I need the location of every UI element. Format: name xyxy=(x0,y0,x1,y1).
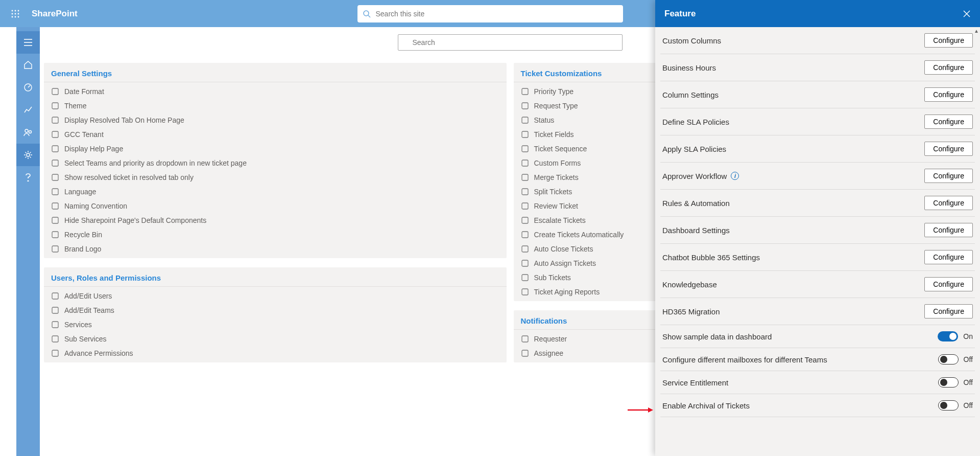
scroll-up-arrow-icon[interactable]: ▲ xyxy=(974,28,979,34)
settings-item[interactable]: Show resolved ticket in resolved tab onl… xyxy=(44,170,507,185)
toggle[interactable] xyxy=(938,331,958,341)
configure-button[interactable]: Configure xyxy=(924,115,973,129)
settings-item[interactable]: GCC Tenant xyxy=(44,127,507,142)
settings-item[interactable]: Display Resolved Tab On Home Page xyxy=(44,113,507,127)
svg-rect-41 xyxy=(522,131,528,138)
hamburger-icon[interactable] xyxy=(16,31,40,54)
nav-reports-icon[interactable] xyxy=(16,99,40,121)
toggle[interactable] xyxy=(938,354,959,364)
toggle[interactable] xyxy=(938,400,959,411)
configure-button[interactable]: Configure xyxy=(924,87,973,102)
toggle[interactable] xyxy=(938,377,959,387)
svg-rect-29 xyxy=(52,203,58,209)
configure-button[interactable]: Configure xyxy=(924,277,973,291)
settings-item[interactable]: Brand Logo xyxy=(44,242,507,256)
svg-rect-22 xyxy=(52,103,58,109)
item-label: Review Ticket xyxy=(534,202,578,210)
configure-button[interactable]: Configure xyxy=(924,250,973,264)
settings-item[interactable]: Advance Permissions xyxy=(44,346,507,360)
configure-button[interactable]: Configure xyxy=(924,196,973,210)
item-icon xyxy=(521,274,529,281)
settings-item[interactable]: Hide Sharepoint Page's Default Component… xyxy=(44,213,507,227)
configure-button[interactable]: Configure xyxy=(924,142,973,156)
card-title: Users, Roles and Permissions xyxy=(44,267,507,287)
item-label: Advance Permissions xyxy=(64,349,133,357)
feature-label: Service Entitlement xyxy=(662,378,728,387)
svg-rect-34 xyxy=(52,307,58,313)
svg-rect-35 xyxy=(52,322,58,328)
close-icon[interactable] xyxy=(963,10,971,18)
general-settings-list: Date FormatThemeDisplay Resolved Tab On … xyxy=(44,82,507,258)
feature-label: Dashboard Settings xyxy=(662,226,730,235)
global-search-input[interactable] xyxy=(357,5,623,22)
annotation-arrow xyxy=(628,406,653,414)
settings-item[interactable]: Display Help Page xyxy=(44,142,507,156)
toggle-state-label: Off xyxy=(964,401,973,409)
feature-label: HD365 Migration xyxy=(662,307,720,316)
toggle-state-label: On xyxy=(963,332,973,340)
feature-label: Apply SLA Policies xyxy=(662,145,726,153)
configure-button[interactable]: Configure xyxy=(924,169,973,183)
item-icon xyxy=(51,188,59,195)
card-title: General Settings xyxy=(44,63,507,82)
settings-item[interactable]: Select Teams and priority as dropdown in… xyxy=(44,156,507,170)
configure-button[interactable]: Configure xyxy=(924,60,973,75)
users-roles-list: Add/Edit UsersAdd/Edit TeamsServicesSub … xyxy=(44,287,507,362)
feature-label: Knowledgebase xyxy=(662,280,717,289)
svg-point-7 xyxy=(15,16,16,17)
nav-people-icon[interactable] xyxy=(16,121,40,144)
item-label: Select Teams and priority as dropdown in… xyxy=(64,159,247,167)
search-icon xyxy=(363,10,371,18)
settings-item[interactable]: Services xyxy=(44,317,507,332)
item-icon xyxy=(521,145,529,152)
item-icon xyxy=(51,102,59,109)
svg-rect-44 xyxy=(522,174,528,180)
item-icon xyxy=(51,292,59,300)
svg-rect-26 xyxy=(52,160,58,166)
item-label: Display Resolved Tab On Home Page xyxy=(64,116,184,124)
feature-panel: Feature ▲ Custom ColumnsConfigureBusines… xyxy=(655,0,980,456)
settings-item[interactable]: Add/Edit Teams xyxy=(44,303,507,317)
svg-rect-45 xyxy=(522,189,528,195)
configure-button[interactable]: Configure xyxy=(924,33,973,48)
svg-rect-36 xyxy=(52,336,58,342)
svg-point-3 xyxy=(12,13,13,14)
svg-point-1 xyxy=(15,10,16,11)
page-search-input[interactable] xyxy=(398,34,623,51)
settings-item[interactable]: Recycle Bin xyxy=(44,227,507,242)
toggle-state-label: Off xyxy=(964,378,973,386)
item-label: Auto Assign Tickets xyxy=(534,259,596,267)
svg-rect-53 xyxy=(522,336,528,342)
info-icon[interactable]: i xyxy=(731,172,739,180)
item-label: Ticket Sequence xyxy=(534,145,587,153)
configure-button[interactable]: Configure xyxy=(924,304,973,318)
settings-item[interactable]: Language xyxy=(44,185,507,199)
settings-item[interactable]: Theme xyxy=(44,99,507,113)
nav-settings-icon[interactable] xyxy=(16,144,40,166)
item-label: Assignee xyxy=(534,349,564,357)
item-icon xyxy=(521,231,529,238)
feature-row: Approver WorkflowiConfigure xyxy=(660,163,975,190)
item-icon xyxy=(51,217,59,224)
feature-label: Custom Columns xyxy=(662,36,721,45)
feature-row: Configure different mailboxes for differ… xyxy=(660,348,975,371)
settings-item[interactable]: Sub Services xyxy=(44,332,507,346)
settings-item[interactable]: Naming Convention xyxy=(44,199,507,213)
item-label: Split Tickets xyxy=(534,188,572,196)
item-icon xyxy=(51,159,59,167)
settings-item[interactable]: Date Format xyxy=(44,84,507,99)
settings-item[interactable]: Add/Edit Users xyxy=(44,289,507,303)
svg-point-18 xyxy=(28,180,29,181)
item-label: Ticket Fields xyxy=(534,130,574,139)
sharepoint-brand[interactable]: SharePoint xyxy=(32,9,78,19)
item-label: Date Format xyxy=(64,87,104,96)
item-icon xyxy=(51,321,59,328)
configure-button[interactable]: Configure xyxy=(924,223,973,237)
svg-point-16 xyxy=(29,131,32,133)
nav-help-icon[interactable] xyxy=(16,166,40,189)
app-launcher-icon[interactable] xyxy=(6,5,25,23)
nav-home-icon[interactable] xyxy=(16,54,40,76)
item-label: Escalate Tickets xyxy=(534,216,586,224)
feature-row: Define SLA PoliciesConfigure xyxy=(660,108,975,135)
nav-dashboard-icon[interactable] xyxy=(16,76,40,99)
